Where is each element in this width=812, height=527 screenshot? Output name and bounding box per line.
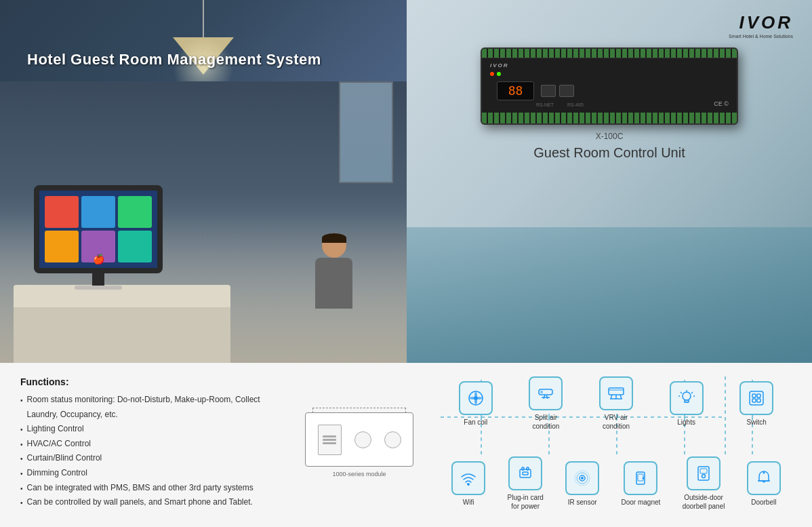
screen-tile-4 (45, 231, 79, 262)
svg-rect-35 (752, 399, 756, 402)
ir-sensor-svg (573, 469, 592, 488)
function-item-4: • Curtain/Blind Control (20, 451, 278, 466)
spacer (441, 436, 792, 456)
slot-line (323, 442, 336, 444)
device-model: X-100C (481, 132, 738, 141)
vrv-air-svg (607, 384, 626, 403)
device-brand-label: IVOR (490, 62, 509, 69)
switch-svg (747, 389, 766, 408)
bullet-6: • (20, 483, 23, 495)
imac-neck (92, 273, 104, 286)
function-item-5: • Dimming Control (20, 466, 278, 481)
icons-bottom-row: Wifi Plug-in cardfor power (441, 456, 792, 511)
wifi-svg (459, 469, 478, 488)
bullet-7: • (20, 497, 23, 509)
plug-card-label: Plug-in cardfor power (507, 493, 543, 511)
port-labels: RS-NET RS-485 (536, 102, 584, 107)
svg-rect-19 (609, 388, 624, 395)
hero-title: Hotel Guest Room Management System (27, 51, 321, 69)
diagram-label: 1000-series module (332, 471, 386, 477)
svg-rect-47 (638, 474, 643, 481)
icons-panel-container: Fan coil Split aircondition (441, 376, 792, 513)
functions-title: Functions: (20, 376, 278, 387)
doorbell-label: Doorbell (751, 498, 776, 507)
imac-screen: 🍎 (34, 185, 163, 273)
svg-rect-15 (540, 391, 543, 393)
wifi-icon (451, 461, 485, 495)
top-terminal (482, 49, 737, 58)
functions-panel: Functions: • Room status monitoring: Do-… (20, 376, 278, 513)
screen-tile-3 (118, 196, 152, 228)
svg-rect-40 (527, 467, 529, 470)
icon-ir-sensor: IR sensor (565, 456, 599, 511)
doorbell-icon (747, 461, 781, 495)
imac-base (75, 286, 122, 290)
svg-rect-50 (700, 469, 707, 473)
fan-coil-icon (459, 381, 493, 415)
lights-svg (677, 389, 696, 408)
icon-doorbell: Doorbell (747, 456, 781, 511)
icon-lights: Lights (670, 376, 704, 431)
right-area: IVOR Smart Hotel & Home Solutions IVOR (407, 0, 812, 363)
doorbell-panel-icon (687, 456, 720, 490)
person (315, 233, 352, 309)
svg-point-37 (467, 483, 470, 486)
icon-door-magnet: Door magnet (622, 456, 661, 511)
doorbell-svg (754, 469, 773, 488)
controller-unit: IVOR 88 RS-NET (481, 47, 738, 125)
svg-rect-38 (520, 469, 531, 477)
led-1 (490, 72, 494, 76)
bottom-terminal (482, 113, 737, 123)
doorbell-panel-svg (694, 464, 713, 483)
svg-point-53 (763, 471, 765, 473)
port-2 (559, 85, 574, 97)
svg-point-45 (581, 477, 584, 480)
module-circle (354, 431, 371, 448)
icon-switch: Switch (739, 376, 773, 431)
svg-line-16 (544, 395, 545, 399)
svg-line-17 (546, 395, 548, 399)
svg-rect-34 (757, 394, 760, 397)
lights-icon (670, 381, 704, 415)
port-label-1: RS-NET (536, 102, 554, 107)
function-item-2: • Lighting Control (20, 422, 278, 437)
hair (322, 233, 346, 243)
device-display: 88 (497, 81, 534, 100)
switch-label: Switch (746, 418, 766, 427)
plug-card-svg (516, 464, 535, 483)
screen-tile-6 (118, 231, 152, 262)
left-photo: Hotel Guest Room Management System 🍎 (0, 0, 407, 363)
ivor-logo-container: IVOR Smart Hotel & Home Solutions (729, 12, 793, 39)
function-item-1: • Room status monitoring: Do-not-Disturb… (20, 393, 278, 422)
slot-line (323, 435, 336, 437)
rj45-ports (541, 85, 574, 97)
window (339, 81, 393, 183)
led-2 (497, 72, 501, 76)
wifi-label: Wifi (463, 498, 474, 507)
doorbell-panel-label: Outside-doordoorbell panel (683, 493, 725, 511)
door-magnet-svg (631, 469, 650, 488)
vrv-air-icon (599, 376, 633, 410)
top-section: Hotel Guest Room Management System 🍎 (0, 0, 812, 363)
module-circle-2 (384, 431, 401, 448)
svg-rect-39 (522, 467, 524, 470)
person-head (322, 233, 346, 258)
bullet-5: • (20, 468, 23, 480)
screen-tile-2 (81, 196, 115, 228)
door-magnet-icon (624, 461, 657, 495)
slot-line (323, 439, 336, 441)
icon-split-air: Split aircondition (529, 376, 563, 431)
svg-point-48 (643, 477, 645, 479)
diagram-panel: 1000-series module (291, 376, 427, 513)
svg-line-21 (611, 395, 612, 399)
svg-point-13 (474, 396, 478, 400)
bullet-4: • (20, 453, 23, 465)
switch-icon (739, 381, 773, 415)
diagram-box (305, 412, 413, 467)
ir-sensor-icon (565, 461, 599, 495)
bullet-1: • (20, 395, 23, 407)
icon-doorbell-panel: Outside-doordoorbell panel (683, 456, 725, 511)
vrv-air-label: VRV aircondition (603, 413, 630, 431)
function-item-6: • Can be integrated with PMS, BMS and ot… (20, 481, 278, 496)
icon-wifi: Wifi (451, 456, 485, 511)
